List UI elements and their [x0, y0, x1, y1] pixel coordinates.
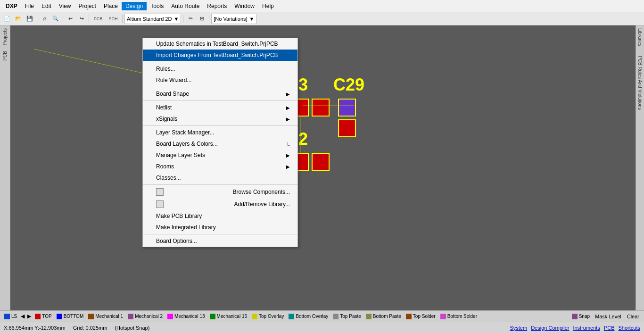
variations-dropdown[interactable]: [No Variations] ▼ [211, 14, 256, 24]
toolbar-print[interactable]: 🖨 [39, 14, 50, 24]
mask-level-label[interactable]: Mask Level [592, 314, 624, 319]
menu-rules[interactable]: Rules... [143, 63, 297, 75]
toolbar-zoom[interactable]: 🔍 [50, 14, 61, 24]
shortcuts-btn[interactable]: Shortcuts [619, 325, 640, 331]
app-logo[interactable]: DXP [2, 2, 21, 10]
layer-bottom-paste-color [366, 314, 372, 319]
layer-bottom[interactable]: BOTTOM [54, 311, 86, 322]
snap-icon [572, 314, 578, 319]
left-tab-projects[interactable]: Projects [0, 25, 9, 48]
grid-display: Grid: 0.025mm [73, 325, 107, 331]
right-tab-libraries[interactable]: Libraries [636, 25, 644, 49]
layer-top-paste-color [333, 314, 339, 319]
toolbar-sep6 [209, 15, 209, 23]
pad-c29-1 [338, 99, 356, 117]
board-shape-arrow: ▶ [286, 92, 290, 97]
layer-bottom-paste[interactable]: Bottom Paste [363, 311, 404, 322]
toolbar-undo[interactable]: ↩ [65, 14, 75, 24]
layer-mech2-label: Mechanical 2 [135, 314, 163, 319]
snap-chip[interactable]: Snap [570, 311, 592, 322]
menu-reports[interactable]: Reports [203, 2, 231, 10]
layer-prev[interactable]: ◀ [19, 313, 26, 319]
system-btn[interactable]: System [510, 325, 527, 331]
layer-bottom-paste-label: Bottom Paste [373, 314, 401, 319]
menu-manage-layers[interactable]: Manage Layer Sets ▶ [143, 150, 297, 161]
layer-mech2[interactable]: Mechanical 2 [125, 311, 165, 322]
layer-mech15[interactable]: Mechanical 15 [207, 311, 249, 322]
menu-make-integrated[interactable]: Make Integrated Library [143, 222, 297, 233]
dmenu-sep3 [143, 100, 297, 101]
menu-rule-wizard[interactable]: Rule Wizard... [143, 75, 297, 86]
menu-place[interactable]: Place [100, 2, 122, 10]
toolbar-save[interactable]: 💾 [25, 14, 35, 24]
layer-top-paste[interactable]: Top Paste [330, 311, 363, 322]
layer-mech13-label: Mechanical 13 [174, 314, 205, 319]
dmenu-sep2 [143, 87, 297, 87]
pcb-btn[interactable]: PCB [604, 325, 615, 331]
layer-top-overlay[interactable]: Top Overlay [249, 311, 286, 322]
menu-browse-comp[interactable]: Browse Components... [143, 186, 297, 198]
layer-top-solder[interactable]: Top Solder [404, 311, 438, 322]
menu-project[interactable]: Project [75, 2, 100, 10]
clear-label[interactable]: Clear [624, 314, 642, 319]
left-tab-pcb[interactable]: PCB [0, 48, 9, 64]
dmenu-sep4 [143, 125, 297, 126]
view-mode-dropdown[interactable]: Altium Standard 2D ▼ [124, 14, 181, 24]
layer-top-overlay-label: Top Overlay [259, 314, 284, 319]
layer-ls[interactable]: LS [2, 311, 19, 322]
variations-label: [No Variations] [214, 16, 247, 22]
menu-classes[interactable]: Classes... [143, 172, 297, 183]
menu-help[interactable]: Help [258, 2, 278, 10]
toolbar-open[interactable]: 📂 [13, 14, 24, 24]
menu-board-options[interactable]: Board Options... [143, 235, 297, 247]
layer-top[interactable]: TOP [33, 311, 54, 322]
layer-mech1[interactable]: Mechanical 1 [86, 311, 125, 322]
instruments-btn[interactable]: Instruments [573, 325, 600, 331]
dmenu-sep1 [143, 62, 297, 62]
menu-file[interactable]: File [21, 2, 38, 10]
layer-bottom-color [57, 314, 62, 319]
layer-bottom-overlay[interactable]: Bottom Overlay [286, 311, 330, 322]
canvas-area: 更新PCB 快捷键 D+I C3 C29 C2 [10, 25, 636, 310]
menu-import-changes[interactable]: Import Changes From TestBoard_Switch.Prj… [143, 50, 297, 61]
menu-view[interactable]: View [55, 2, 75, 10]
layer-bottom-solder[interactable]: Bottom Solder [438, 311, 479, 322]
toolbar-new[interactable]: 📄 [2, 14, 12, 24]
menu-xsignals[interactable]: xSignals ▶ [143, 113, 297, 125]
right-tab-pcb-rules[interactable]: PCB Rules And Violations [636, 53, 644, 113]
menu-design[interactable]: Design [122, 2, 147, 10]
toolbar-pcb[interactable]: PCB [91, 14, 105, 24]
layer-mech13[interactable]: Mechanical 13 [165, 311, 207, 322]
snap-label: Snap [579, 314, 590, 319]
layer-mech15-label: Mechanical 15 [217, 314, 247, 319]
layer-mech1-label: Mechanical 1 [95, 314, 123, 319]
menu-rooms[interactable]: Rooms ▶ [143, 161, 297, 172]
toolbar-comp[interactable]: ⊞ [197, 14, 207, 24]
toolbar-sep4 [122, 15, 123, 23]
pad-c29-2 [338, 119, 356, 137]
menu-update-sch[interactable]: Update Schematics in TestBoard_Switch.Pr… [143, 38, 297, 50]
toolbar-sch[interactable]: SCH [106, 14, 120, 24]
toolbar-sep5 [183, 15, 183, 23]
menu-window[interactable]: Window [231, 2, 258, 10]
menu-add-remove[interactable]: Add/Remove Library... [143, 198, 297, 210]
pad-c3-2 [312, 99, 330, 117]
menu-board-layers[interactable]: Board Layers & Colors... L [143, 138, 297, 150]
menu-layer-stack[interactable]: Layer Stack Manager... [143, 127, 297, 138]
browse-comp-icon [156, 188, 164, 196]
toolbar-wire[interactable]: ✏ [185, 14, 196, 24]
layer-top-solder-color [406, 314, 412, 319]
menu-board-shape[interactable]: Board Shape ▶ [143, 88, 297, 100]
design-compiler-btn[interactable]: Design Compiler [531, 325, 569, 331]
menu-edit[interactable]: Edit [38, 2, 55, 10]
menu-tools[interactable]: Tools [147, 2, 167, 10]
layer-next[interactable]: ▶ [26, 313, 33, 319]
xsignals-arrow: ▶ [286, 117, 290, 122]
layer-top-color [35, 314, 41, 319]
menu-netlist[interactable]: Netlist ▶ [143, 102, 297, 113]
menu-autoroute[interactable]: Auto Route [167, 2, 203, 10]
menu-make-pcb[interactable]: Make PCB Library [143, 210, 297, 222]
right-panel: Libraries PCB Rules And Violations [636, 25, 644, 310]
label-c29: C29 [333, 75, 364, 95]
toolbar-redo[interactable]: ↪ [76, 14, 87, 24]
